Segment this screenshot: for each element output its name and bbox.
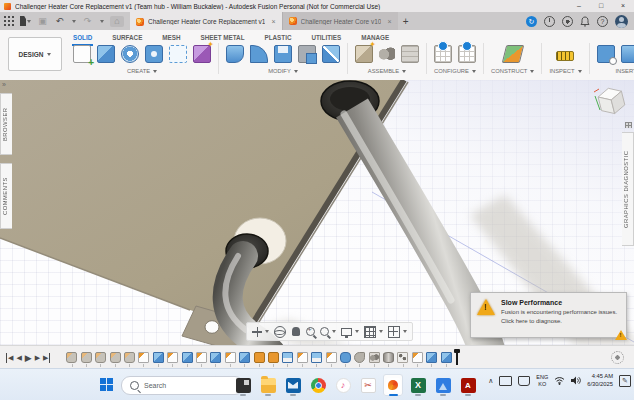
measure-icon[interactable] <box>556 51 574 61</box>
viewports-tool-icon[interactable] <box>388 326 400 338</box>
tab-close-icon[interactable]: × <box>387 18 391 25</box>
close-button[interactable]: × <box>612 0 634 12</box>
extension-manager-icon[interactable] <box>544 16 555 27</box>
fusion-taskbar-icon[interactable] <box>383 374 403 396</box>
photos-taskbar-icon[interactable] <box>433 374 453 396</box>
acrobat-taskbar-icon[interactable]: A <box>458 374 478 396</box>
timeline-feature-appearance-icon[interactable] <box>268 352 279 363</box>
snip-taskbar-icon[interactable]: ✂ <box>358 374 378 396</box>
minimize-button[interactable]: – <box>568 0 590 12</box>
hand-tool-icon[interactable] <box>292 327 300 336</box>
dropdown-caret-icon[interactable] <box>332 330 336 333</box>
config-table-icon[interactable] <box>434 45 452 63</box>
dropdown-caret-icon[interactable] <box>265 330 269 333</box>
press-pull-icon[interactable] <box>226 45 244 63</box>
timeline-feature-extrude-icon[interactable] <box>182 352 193 363</box>
graphics-diagnostic-tab[interactable]: GRAPHICS DIAGNOSTIC <box>622 132 634 246</box>
dark-app-taskbar-icon[interactable] <box>233 374 253 396</box>
ribbon-group-label[interactable]: CONFIGURE <box>434 68 476 74</box>
insert-mesh-icon[interactable] <box>621 45 634 63</box>
timeline-feature-canvas-icon[interactable] <box>311 352 322 363</box>
timeline-feature-canvas-icon[interactable] <box>282 352 293 363</box>
timeline-feature-extrude-icon[interactable] <box>441 352 452 363</box>
ribbon-group-label[interactable]: CREATE <box>127 68 157 74</box>
document-tab-active[interactable]: Challenger Heater Core Replacement v1 × <box>130 12 282 30</box>
new-component-icon[interactable] <box>355 45 373 63</box>
play-button[interactable]: ▶ <box>25 353 32 363</box>
skip-to-start-button[interactable]: ◀ <box>6 353 13 363</box>
file-explorer-taskbar-icon[interactable] <box>258 374 278 396</box>
joint-icon[interactable] <box>379 46 395 62</box>
timeline-feature-joint-icon[interactable] <box>369 352 380 363</box>
warning-badge-icon[interactable] <box>615 330 627 340</box>
chrome-taskbar-icon[interactable] <box>308 374 328 396</box>
timeline-feature-cylinder-icon[interactable] <box>383 352 394 363</box>
timeline-feature-base-icon[interactable] <box>110 352 121 363</box>
volume-icon[interactable] <box>571 376 581 385</box>
timeline-feature-appearance-icon[interactable] <box>254 352 265 363</box>
timeline-feature-sketch-icon[interactable] <box>138 352 149 363</box>
timeline-feature-extrude-icon[interactable] <box>153 352 164 363</box>
tray-monitor-icon[interactable] <box>499 376 512 386</box>
mail-taskbar-icon[interactable] <box>283 374 303 396</box>
timeline-feature-extrude-icon[interactable] <box>239 352 250 363</box>
undo-caret-icon[interactable] <box>72 20 76 23</box>
design-workspace-button[interactable]: DESIGN <box>8 37 62 71</box>
step-back-button[interactable]: ◀ <box>16 353 21 363</box>
maximize-button[interactable]: □ <box>590 0 612 12</box>
sketch-icon[interactable] <box>73 45 91 63</box>
timeline-feature-sketch-icon[interactable] <box>196 352 207 363</box>
orbit-tool-icon[interactable] <box>274 326 286 338</box>
timeline-feature-sketch-icon[interactable] <box>167 352 178 363</box>
pen-icon[interactable]: ✎ <box>619 375 631 387</box>
timeline-feature-extrude-icon[interactable] <box>210 352 221 363</box>
hole-icon[interactable] <box>145 45 163 63</box>
ribbon-group-label[interactable]: INSPECT <box>549 68 581 74</box>
comments-panel-tab[interactable]: COMMENTS <box>0 163 12 229</box>
start-button[interactable] <box>100 378 113 391</box>
viewport-canvas[interactable]: » BROWSER COMMENTS GRAPHICS DIAGNOSTIC S… <box>0 80 634 345</box>
file-menu-icon[interactable] <box>20 16 31 27</box>
redo-icon[interactable]: ↷ <box>82 16 93 27</box>
notification-line2[interactable]: Click here to diagnose. <box>501 317 617 326</box>
user-avatar[interactable] <box>615 15 628 28</box>
pattern-icon[interactable] <box>169 45 187 63</box>
fit-tool-icon[interactable] <box>306 327 315 336</box>
ribbon-group-label[interactable]: CONSTRUCT <box>491 68 534 74</box>
app-grid-icon[interactable] <box>4 16 14 26</box>
redo-caret-icon[interactable] <box>100 20 104 23</box>
notifications-bell-icon[interactable] <box>580 16 590 27</box>
as-built-joint-icon[interactable] <box>401 45 419 63</box>
ribbon-group-label[interactable]: MODIFY <box>268 68 298 74</box>
slow-performance-notification[interactable]: Slow Performance Fusion is encountering … <box>470 292 627 338</box>
help-icon[interactable] <box>597 16 608 27</box>
music-taskbar-icon[interactable]: ♪ <box>333 374 353 396</box>
tray-display-icon[interactable] <box>518 376 530 386</box>
step-forward-button[interactable]: ▶ <box>35 353 40 363</box>
expand-panels-icon[interactable]: » <box>2 81 6 88</box>
clock[interactable]: 4:45 AM 6/30/2025 <box>587 373 613 388</box>
timeline-feature-base-icon[interactable] <box>95 352 106 363</box>
config-features-icon[interactable] <box>458 45 476 63</box>
timeline-position-marker[interactable] <box>456 350 458 365</box>
ribbon-group-label[interactable]: ASSEMBLE <box>368 68 406 74</box>
hidden-icons-chevron[interactable]: ∧ <box>488 377 493 385</box>
timeline-feature-sketch-icon[interactable] <box>412 352 423 363</box>
language-indicator[interactable]: ENG KO <box>536 374 548 387</box>
timeline-settings-gear-icon[interactable] <box>611 351 624 364</box>
save-icon[interactable]: ▣ <box>37 16 48 27</box>
taskbar-search[interactable]: Search <box>121 376 244 395</box>
timeline-feature-sketch-icon[interactable] <box>225 352 236 363</box>
dropdown-caret-icon[interactable] <box>379 330 383 333</box>
combine-icon[interactable] <box>298 45 316 63</box>
timeline-feature-hook-icon[interactable] <box>354 352 365 363</box>
browser-panel-tab[interactable]: BROWSER <box>0 93 12 155</box>
home-icon[interactable]: ⌂ <box>110 16 124 27</box>
display-tool-icon[interactable] <box>341 328 352 336</box>
capture-icon[interactable] <box>562 16 573 27</box>
timeline-feature-sketch-icon[interactable] <box>297 352 308 363</box>
dropdown-caret-icon[interactable] <box>403 330 407 333</box>
shell-icon[interactable] <box>274 45 292 63</box>
document-tab-inactive[interactable]: Challenger Heater Core v10 × <box>282 12 398 30</box>
skip-to-end-button[interactable]: ▶ <box>43 353 50 363</box>
